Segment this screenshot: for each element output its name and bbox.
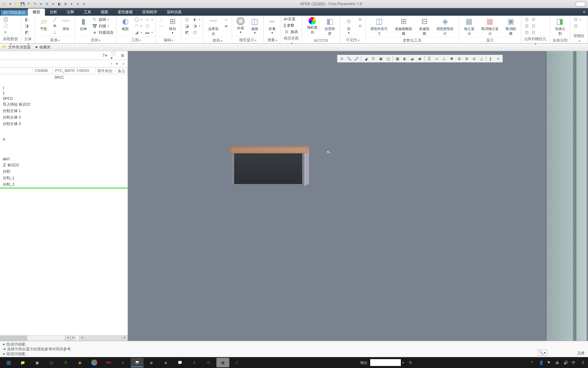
pattern-button[interactable]: ⊞阵列▾: [166, 16, 179, 35]
sweep-button[interactable]: ➰扫描: [91, 23, 114, 29]
body-icon1[interactable]: ◧: [23, 16, 30, 22]
edit-icon4[interactable]: ◐: [192, 16, 201, 22]
t1-icon[interactable]: ⊗: [463, 56, 470, 62]
tree-item[interactable]: 正 标识22: [0, 162, 128, 168]
model-geometry-main[interactable]: [230, 143, 312, 194]
x-icon[interactable]: ✕: [75, 1, 80, 7]
tray-user-icon[interactable]: 👤: [539, 361, 544, 365]
tab-simulate[interactable]: 实时仿真: [162, 9, 186, 16]
spin-icon[interactable]: ↻: [370, 56, 376, 62]
refresh-icon[interactable]: ↻: [409, 361, 414, 365]
settings-tree-icon[interactable]: ⊞: [119, 52, 126, 59]
app-icon-7[interactable]: C: [231, 358, 244, 367]
tree-item-import[interactable]: 导入特征 标识22: [0, 101, 128, 108]
tab-analysis[interactable]: 分析: [45, 9, 62, 16]
namview-icon[interactable]: ▣: [378, 56, 384, 62]
dispstyle-icon[interactable]: ◫: [385, 56, 391, 62]
randomcolor-button[interactable]: 随机着色: [304, 16, 320, 35]
tree-item-split3[interactable]: 分割主体 3: [0, 121, 128, 127]
relations-button[interactable]: d=关系: [283, 16, 299, 22]
find-button[interactable]: 🔍▾: [538, 350, 547, 356]
new-icon[interactable]: □: [1, 1, 7, 7]
window-icon[interactable]: ◧: [56, 1, 62, 7]
tree-item[interactable]: 1: [0, 90, 128, 96]
open-icon[interactable]: ▾: [7, 1, 13, 7]
extrude-button[interactable]: ▮拉伸: [77, 16, 90, 32]
folder-icon[interactable]: 📁: [14, 1, 19, 7]
favorites-button[interactable]: ★收藏夹: [35, 45, 51, 50]
modelstat-button[interactable]: ◈模型类型统计: [434, 16, 457, 37]
t3-icon[interactable]: △: [478, 56, 485, 62]
tab-tools[interactable]: 工具: [79, 9, 96, 16]
vis-icon1[interactable]: ≋: [357, 16, 363, 22]
save-icon[interactable]: 💾: [20, 1, 25, 7]
tray-shield-icon[interactable]: ⚑: [547, 361, 553, 365]
body-icon2[interactable]: ◨: [23, 23, 30, 29]
axis-button[interactable]: ╱: [51, 16, 58, 22]
plane-button[interactable]: ▱平面: [37, 16, 50, 32]
pause-icon[interactable]: ‖: [488, 56, 494, 62]
datum-csys-icon[interactable]: ⊥: [441, 56, 447, 62]
hole-button[interactable]: ◯: [133, 16, 143, 22]
autocad-icon[interactable]: A: [116, 358, 129, 367]
scroll-thumb[interactable]: [0, 336, 27, 341]
tab-apps[interactable]: 应用程序: [137, 9, 162, 16]
tab-flexmodel[interactable]: 柔性建模: [113, 9, 137, 16]
excel-icon[interactable]: X: [188, 358, 201, 367]
refit-icon[interactable]: ⊙: [339, 56, 345, 62]
round-button[interactable]: ◠: [133, 23, 143, 29]
ribbon-expand-icon[interactable]: ^: [580, 10, 588, 16]
tab-close-icon[interactable]: ×: [111, 62, 113, 66]
section-button[interactable]: ◫截面▾: [248, 16, 261, 35]
batchsupp-button[interactable]: ⊟批量隐藏: [416, 16, 432, 37]
app-icon-2[interactable]: ▢: [45, 358, 58, 367]
3d-viewport[interactable]: ⊙ 🔍 🔎 ◢ ↻ ▣ ◫ ▦ ◐ ◒ ◉ ╳ ▱ ⊥ ✱ ⊛ ⊗ ⊘: [128, 51, 588, 341]
explorer-icon[interactable]: 📁: [16, 358, 29, 367]
chamfer-button[interactable]: ◢: [133, 29, 143, 35]
solidworks-icon[interactable]: SW: [102, 358, 115, 367]
tree-material-cell[interactable]: SPCC: [0, 75, 128, 80]
pa-icon2[interactable]: ⊡⊡: [523, 23, 537, 29]
app-icon-1[interactable]: ▣: [31, 358, 44, 367]
indepdisp-button[interactable]: ▦独立显示: [461, 16, 477, 37]
revolve-button[interactable]: ↻旋转: [91, 16, 114, 22]
cancelindep-button[interactable]: ▦取消独立显示: [478, 16, 501, 37]
csys-button[interactable]: ⊥: [51, 29, 58, 35]
app-icon-3[interactable]: S: [59, 358, 72, 367]
cancelhide-button[interactable]: ▣取消隐藏: [503, 16, 519, 37]
regenerate-icon[interactable]: ▾: [38, 1, 44, 7]
datum-point-icon[interactable]: ✱: [448, 56, 455, 62]
res-icon1[interactable]: ⊡: [572, 16, 582, 22]
batchhide-button[interactable]: ⊞批量能数隐藏: [392, 16, 415, 37]
tree-item-art[interactable]: ART: [0, 156, 128, 162]
bodysplit-button[interactable]: ◨实体分割: [552, 16, 568, 37]
filter-icon[interactable]: T▾: [102, 52, 108, 59]
app-icon-5[interactable]: ◉: [145, 358, 158, 367]
render-icon[interactable]: ◒: [409, 56, 415, 62]
surf-icon2[interactable]: ▰: [223, 23, 230, 29]
tray-ime-icon[interactable]: 中: [572, 360, 577, 365]
selection-filter[interactable]: 几何: [577, 351, 585, 356]
edit-icon2[interactable]: ◪: [183, 23, 190, 29]
tab-model[interactable]: 模型: [28, 9, 45, 16]
layer-button[interactable]: ≡层▾: [342, 16, 355, 35]
regen-icon[interactable]: ⟳: [44, 1, 50, 7]
nav-hscroll[interactable]: ◂ ▸ ◂ ▸: [0, 335, 128, 341]
dropdown-icon[interactable]: ▾: [81, 1, 86, 7]
tree-item[interactable]: ): [0, 85, 128, 90]
pa-icon1[interactable]: ⊡⊡: [523, 16, 537, 22]
scroll2-right-icon[interactable]: ▸: [122, 336, 128, 341]
tray-vol-icon[interactable]: 🔊: [564, 361, 569, 365]
tab-add-icon[interactable]: +: [121, 62, 126, 66]
scroll2-left-icon[interactable]: ◂: [79, 336, 85, 341]
address-input[interactable]: [370, 359, 401, 366]
distance-button[interactable]: ↔距离▾: [266, 16, 279, 35]
boundary-blend-button[interactable]: 〰边界混合: [205, 16, 221, 37]
collapse-icon[interactable]: ≡: [495, 56, 501, 62]
start-button[interactable]: ⊞: [2, 358, 15, 367]
pa-icon3[interactable]: ⊡⊡: [523, 29, 537, 35]
view-icon[interactable]: ▾: [69, 1, 74, 7]
vs-icon[interactable]: ◈: [159, 358, 172, 367]
sketch-button[interactable]: 〰草绘: [60, 16, 72, 32]
orient-icon[interactable]: ◢: [363, 56, 369, 62]
